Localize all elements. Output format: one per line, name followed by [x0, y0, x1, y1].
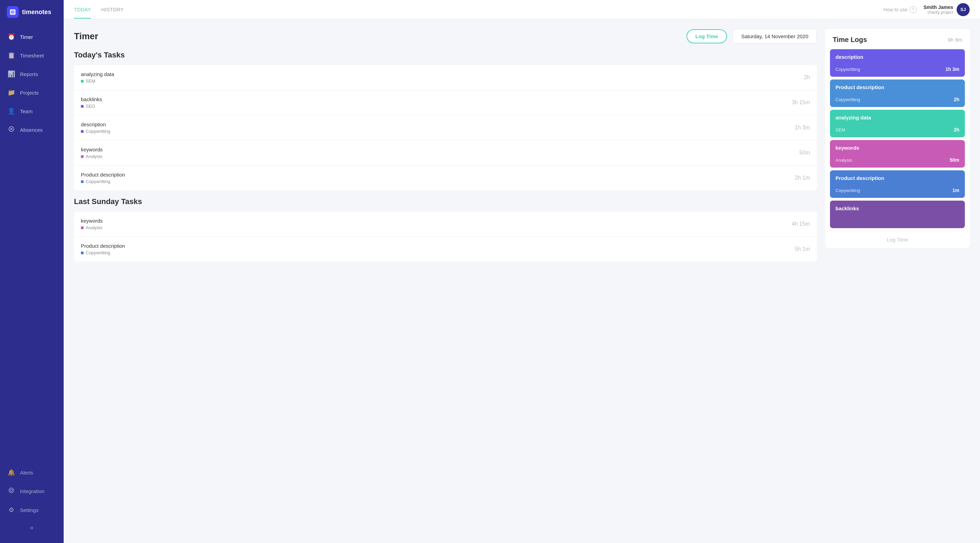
task-tag: Analysis [81, 154, 103, 159]
user-info: Smith James charity project SJ [924, 3, 970, 16]
task-item[interactable]: description Copywritting 1h 3m [74, 115, 817, 140]
sidebar-item-alerts[interactable]: 🔔 Alerts [0, 463, 64, 482]
log-entry[interactable]: Product description Copywritting 1m [830, 170, 965, 198]
log-entry-time: 1h 3m [946, 67, 959, 72]
time-logs-title: Time Logs [833, 36, 867, 44]
tag-label: Analysis [86, 225, 102, 230]
log-entry-name: keywords [835, 145, 959, 151]
sidebar-item-projects[interactable]: 📁 Projects [0, 83, 64, 102]
task-name: keywords [81, 218, 103, 224]
left-column: Timer Log Time Saturday, 14 November 202… [74, 29, 817, 533]
user-name: Smith James [924, 5, 953, 10]
task-time: 5h 1m [795, 246, 810, 252]
task-left: backlinks SEO [81, 96, 102, 109]
tag-label: Copywritting [86, 129, 110, 134]
last-sunday-title: Last Sunday Tasks [74, 197, 817, 206]
log-entry[interactable]: analyzing data SEM 2h [830, 110, 965, 137]
task-item[interactable]: analyzing data SEM 2h [74, 65, 817, 90]
log-entry-name: backlinks [835, 205, 959, 211]
tag-dot [81, 252, 84, 254]
sidebar-item-team[interactable]: 👤 Team [0, 102, 64, 121]
sidebar-bottom: 🔔 Alerts Integration ⚙ Settings « [0, 460, 64, 543]
tag-dot [81, 130, 84, 133]
sidebar-collapse-btn[interactable]: « [0, 519, 64, 536]
projects-icon: 📁 [8, 89, 15, 96]
task-left: description Copywritting [81, 121, 110, 134]
how-to-use-text: How to use [884, 7, 908, 13]
tag-dot [81, 105, 84, 108]
time-logs-header: Time Logs 9h 9m [825, 29, 970, 49]
task-time: 2h [804, 74, 810, 81]
log-entry-name: analyzing data [835, 115, 959, 121]
task-item[interactable]: keywords Analysis 4h 15m [74, 212, 817, 237]
log-entry-tag: Copywritting [835, 188, 860, 193]
log-time-button[interactable]: Log Time [686, 29, 727, 43]
task-item[interactable]: backlinks SEO 3h 15m [74, 90, 817, 115]
task-name: analyzing data [81, 71, 114, 77]
avatar[interactable]: SJ [956, 3, 970, 16]
task-left: analyzing data SEM [81, 71, 114, 84]
sidebar-logo[interactable]: timenotes [0, 0, 64, 24]
integration-icon [8, 487, 15, 495]
sidebar-item-timer[interactable]: ⏰ Timer [0, 27, 64, 46]
logo-text: timenotes [22, 9, 51, 16]
log-entry[interactable]: Product description Copywritting 2h [830, 80, 965, 107]
sidebar-item-label: Absences [20, 127, 43, 133]
sidebar-item-timesheet[interactable]: 📋 Timesheet [0, 46, 64, 65]
sidebar-item-label: Team [20, 108, 33, 114]
log-entry-tag: Copywritting [835, 97, 860, 102]
task-time: 4h 15m [792, 221, 810, 227]
absences-icon [8, 126, 15, 134]
log-entry-name: Product description [835, 84, 959, 90]
log-entry-bottom: SEM 2h [835, 127, 959, 132]
date-display: Saturday, 14 November 2020 [733, 29, 817, 44]
log-entry[interactable]: keywords Analysis 50m [830, 140, 965, 167]
time-logs-total: 9h 9m [948, 37, 962, 43]
task-item[interactable]: keywords Analysis 50m [74, 140, 817, 166]
tag-dot [81, 180, 84, 183]
reports-icon: 📊 [8, 70, 15, 78]
tag-label: Copywritting [86, 250, 110, 255]
svg-point-3 [9, 488, 14, 493]
sidebar: timenotes ⏰ Timer 📋 Timesheet 📊 Reports … [0, 0, 64, 543]
task-time: 50m [799, 150, 810, 156]
log-entry-name: description [835, 54, 959, 60]
log-entry-time: 50m [950, 157, 959, 163]
log-time-footer-btn[interactable]: Log Time [825, 231, 970, 248]
sidebar-item-settings[interactable]: ⚙ Settings [0, 501, 64, 519]
tag-label: Copywritting [86, 179, 110, 184]
task-name: Product description [81, 243, 125, 249]
task-name: keywords [81, 146, 103, 153]
task-left: keywords Analysis [81, 218, 103, 230]
help-icon: ? [910, 6, 917, 13]
sidebar-item-absences[interactable]: Absences [0, 121, 64, 139]
task-time: 3h 15m [792, 99, 810, 106]
timer-icon: ⏰ [8, 33, 15, 41]
tag-label: SEO [86, 104, 95, 109]
task-tag: Copywritting [81, 129, 110, 134]
log-entry[interactable]: description Copywritting 1h 3m [830, 49, 965, 77]
today-tasks-title: Today's Tasks [74, 51, 817, 59]
sidebar-item-label: Integration [20, 488, 45, 494]
sidebar-item-label: Projects [20, 90, 38, 96]
main-content: TODAY HISTORY How to use ? Smith James c… [64, 0, 980, 543]
how-to-use-link[interactable]: How to use ? [884, 6, 917, 13]
header-tabs: TODAY HISTORY [74, 1, 124, 19]
sidebar-item-reports[interactable]: 📊 Reports [0, 65, 64, 83]
task-tag: SEO [81, 104, 102, 109]
tag-dot [81, 80, 84, 83]
tag-dot [81, 155, 84, 158]
tab-history[interactable]: HISTORY [101, 1, 124, 19]
log-entry[interactable]: backlinks [830, 201, 965, 228]
task-item[interactable]: Product description Copywritting 5h 1m [74, 237, 817, 261]
task-item[interactable]: Product description Copywritting 2h 1m [74, 166, 817, 190]
sidebar-item-integration[interactable]: Integration [0, 482, 64, 501]
task-time: 1h 3m [795, 124, 810, 131]
task-time: 2h 1m [795, 175, 810, 181]
user-text: Smith James charity project [924, 5, 953, 15]
task-tag: SEM [81, 78, 114, 84]
time-logs-card: Time Logs 9h 9m description Copywritting… [825, 29, 970, 248]
tab-today[interactable]: TODAY [74, 1, 91, 19]
timer-controls: Log Time Saturday, 14 November 2020 [686, 29, 817, 44]
logo-icon [7, 6, 19, 18]
